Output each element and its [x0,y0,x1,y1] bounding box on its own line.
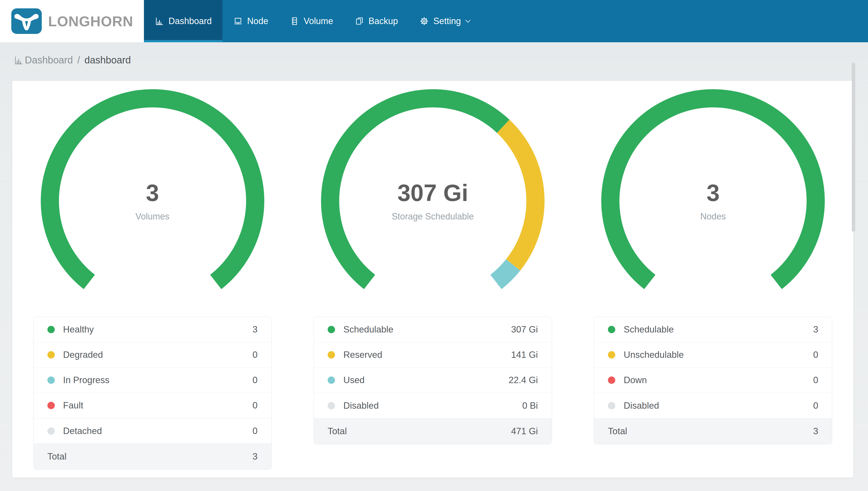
legend-value: 0 [813,350,818,360]
nodes-gauge-ring [601,89,825,313]
legend-row: Schedulable 307 Gi [314,317,552,342]
legend-dot [328,326,335,333]
legend-row: In Progress 0 [34,368,271,393]
nav-item-label: Node [247,16,268,26]
legend-label: In Progress [63,375,252,385]
volumes-legend-table: Healthy 3 Degraded 0 In Progress 0 Fault… [33,317,272,469]
legend-row: Fault 0 [34,393,271,418]
legend-dot [48,376,55,384]
storage-panel: 307 Gi Storage Schedulable Schedulable 3… [292,89,573,478]
total-label: Total [48,452,252,462]
legend-value: 0 [252,400,258,411]
legend-dot [328,376,335,384]
nav-item-dashboard[interactable]: Dashboard [144,0,222,42]
nav-item-backup[interactable]: Backup [344,0,409,42]
legend-value: 3 [252,324,258,335]
legend-label: Disabled [343,401,522,411]
legend-row: Disabled 0 Bi [314,393,552,418]
top-navbar: LONGHORN Dashboard Node [0,0,868,42]
legend-dot [608,376,615,384]
legend-label: Healthy [63,324,252,335]
legend-value: 0 [252,426,258,436]
legend-label: Unschedulable [624,350,813,360]
legend-row: Degraded 0 [34,342,271,368]
nodes-legend-table: Schedulable 3 Unschedulable 0 Down 0 Dis… [594,317,832,444]
app-logo-text: LONGHORN [48,13,133,29]
legend-label: Disabled [624,401,813,411]
legend-value: 22.4 Gi [509,375,538,385]
bar-chart-icon [155,17,164,26]
copy-icon [355,17,364,26]
legend-value: 3 [813,324,818,335]
total-value: 471 Gi [511,426,538,436]
total-value: 3 [813,426,818,436]
nav-item-label: Dashboard [168,16,212,26]
legend-value: 0 [252,375,258,385]
legend-row: Used 22.4 Gi [314,368,552,393]
volumes-gauge-ring [41,89,264,313]
legend-label: Degraded [63,350,252,360]
app-logo[interactable]: LONGHORN [0,0,144,42]
storage-legend-table: Schedulable 307 Gi Reserved 141 Gi Used … [314,317,552,444]
bar-chart-icon [14,55,25,65]
legend-label: Down [624,375,813,385]
legend-label: Schedulable [343,324,511,335]
legend-value: 0 Bi [522,401,538,411]
legend-value: 307 Gi [511,324,538,335]
legend-dot [608,351,615,358]
legend-dot [608,402,615,409]
legend-dot [328,402,335,409]
legend-value: 0 [252,350,258,360]
gear-icon [420,17,429,26]
server-icon [290,17,299,26]
laptop-icon [233,17,243,26]
storage-gauge-ring [321,89,545,313]
vertical-scrollbar-thumb[interactable] [852,63,855,232]
main-menu: Dashboard Node V [144,0,483,42]
legend-row: Down 0 [594,368,832,393]
legend-label: Reserved [343,350,511,360]
legend-label: Detached [63,426,252,436]
legend-total-row: Total 3 [34,443,271,469]
storage-gauge: 307 Gi Storage Schedulable [321,89,545,313]
nav-item-label: Volume [304,16,333,26]
breadcrumb-current-page: dashboard [85,55,131,66]
total-label: Total [608,426,813,436]
dashboard-card: 3 Volumes Healthy 3 Degraded 0 In Progre… [12,81,853,478]
legend-row: Reserved 141 Gi [314,342,552,368]
longhorn-bull-icon [11,8,42,34]
nav-item-setting[interactable]: Setting [409,0,483,42]
legend-row: Healthy 3 [34,317,271,342]
legend-row: Disabled 0 [594,393,832,418]
legend-label: Used [343,375,509,385]
legend-value: 0 [813,375,818,385]
legend-total-row: Total 471 Gi [314,418,552,444]
breadcrumb-separator: / [78,55,80,66]
legend-value: 141 Gi [511,350,538,360]
nav-item-label: Setting [433,16,461,26]
legend-total-row: Total 3 [594,418,832,444]
legend-dot [48,427,55,435]
chevron-down-icon [465,17,472,25]
nav-item-volume[interactable]: Volume [279,0,344,42]
legend-dot [48,351,55,358]
legend-label: Fault [63,400,252,411]
total-label: Total [328,426,511,436]
total-value: 3 [252,452,258,462]
nav-item-label: Backup [368,16,398,26]
volumes-gauge: 3 Volumes [41,89,264,313]
volumes-panel: 3 Volumes Healthy 3 Degraded 0 In Progre… [12,89,292,478]
nodes-gauge: 3 Nodes [601,89,825,313]
breadcrumb: Dashboard / dashboard [14,55,868,66]
legend-label: Schedulable [624,324,813,335]
nav-item-node[interactable]: Node [222,0,279,42]
breadcrumb-dashboard[interactable]: Dashboard [25,55,73,66]
legend-dot [608,326,615,333]
legend-dot [48,326,55,333]
legend-value: 0 [813,401,818,411]
nodes-panel: 3 Nodes Schedulable 3 Unschedulable 0 Do… [573,89,853,478]
legend-row: Schedulable 3 [594,317,832,342]
legend-dot [48,402,55,409]
legend-row: Detached 0 [34,418,271,443]
legend-dot [328,351,335,358]
